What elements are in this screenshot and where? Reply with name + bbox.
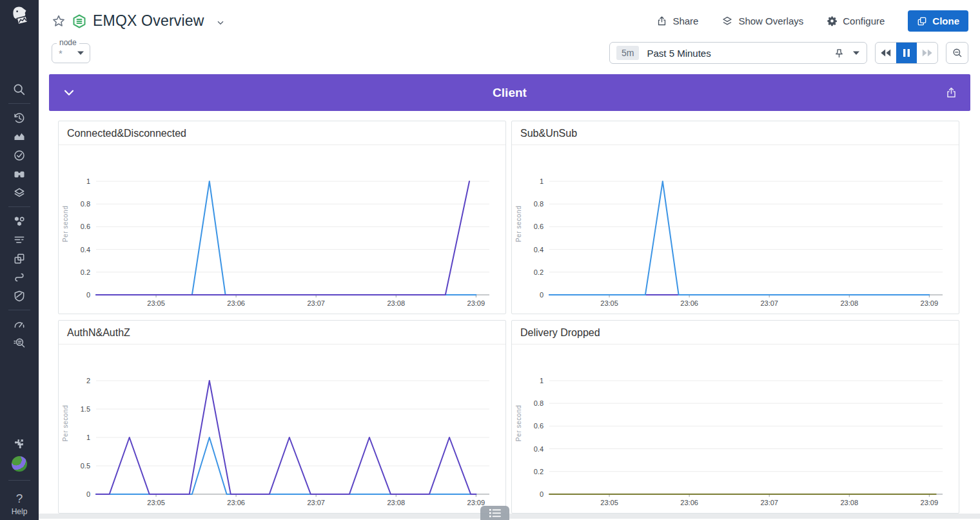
svg-text:23:08: 23:08 xyxy=(387,299,405,307)
svg-text:23:07: 23:07 xyxy=(760,299,778,307)
check-circle-icon xyxy=(13,149,26,162)
clone-label: Clone xyxy=(932,15,959,26)
svg-text:23:08: 23:08 xyxy=(840,299,858,307)
svg-text:0.6: 0.6 xyxy=(534,422,544,430)
gear-icon xyxy=(827,15,838,26)
main-area: EMQX Overview Share Show Overlays Config… xyxy=(39,0,980,520)
chart-plot-area[interactable]: 00.20.40.60.8123:0523:0623:0723:0823:09P… xyxy=(59,145,505,314)
configure-button[interactable]: Configure xyxy=(827,15,885,26)
avatar xyxy=(12,456,27,472)
svg-text:0.8: 0.8 xyxy=(534,200,544,208)
sidebar-item-watchdog[interactable] xyxy=(0,165,39,183)
zoom-out-button[interactable] xyxy=(946,42,968,64)
search-icon xyxy=(12,83,26,97)
overlays-icon xyxy=(721,15,733,27)
time-range-input[interactable]: 5m Past 5 Minutes xyxy=(609,42,867,64)
trace-bars-icon xyxy=(13,234,26,246)
chart-plot-area[interactable]: 00.511.5223:0523:0623:0723:0823:09Per se… xyxy=(59,345,505,514)
sidebar-item-notebooks[interactable] xyxy=(0,249,39,268)
chart-plot-area[interactable]: 00.20.40.60.8123:0523:0623:0723:0823:09P… xyxy=(512,345,959,514)
group-export-icon[interactable] xyxy=(945,86,957,99)
sidebar: ? Help xyxy=(0,0,39,520)
svg-text:23:09: 23:09 xyxy=(467,299,485,307)
list-icon xyxy=(489,508,502,517)
svg-text:2: 2 xyxy=(86,377,90,385)
svg-text:23:06: 23:06 xyxy=(227,299,245,307)
windows-icon xyxy=(13,252,26,265)
sidebar-item-monitors[interactable] xyxy=(0,146,39,165)
chart-title: AuthN&AuthZ xyxy=(59,321,505,345)
area-chart-icon xyxy=(13,130,26,143)
sidebar-item-dashboards[interactable] xyxy=(0,183,39,202)
forward-button[interactable] xyxy=(917,43,937,63)
chart-card: Sub&UnSub 00.20.40.60.8123:0523:0623:072… xyxy=(511,121,959,314)
datadog-logo[interactable] xyxy=(8,5,31,31)
sidebar-item-synthetics[interactable] xyxy=(0,315,39,334)
hexagons-icon xyxy=(13,215,26,228)
sidebar-item-apm[interactable] xyxy=(0,230,39,249)
chart-grid: Connected&Disconnected 00.20.40.60.8123:… xyxy=(49,121,970,514)
svg-text:0.4: 0.4 xyxy=(81,246,90,254)
svg-text:0.8: 0.8 xyxy=(81,200,90,208)
sidebar-item-search[interactable] xyxy=(0,80,39,99)
sidebar-item-metrics[interactable] xyxy=(0,127,39,146)
svg-text:1: 1 xyxy=(540,377,544,385)
dashboard-hexagon-icon xyxy=(72,14,87,29)
clone-icon xyxy=(917,16,927,26)
share-icon xyxy=(656,15,667,26)
chart-card: Connected&Disconnected 00.20.40.60.8123:… xyxy=(58,121,506,314)
svg-text:1: 1 xyxy=(86,177,90,185)
clone-button[interactable]: Clone xyxy=(908,10,968,32)
title-chevron-down-icon[interactable] xyxy=(215,17,226,28)
sidebar-item-infrastructure[interactable] xyxy=(0,212,39,230)
sidebar-item-security[interactable] xyxy=(0,286,39,305)
time-range-chip: 5m xyxy=(616,46,639,60)
show-overlays-button[interactable]: Show Overlays xyxy=(721,15,803,27)
svg-text:0.6: 0.6 xyxy=(534,223,544,230)
help-label: Help xyxy=(12,507,28,516)
time-range-label: Past 5 Minutes xyxy=(647,48,826,59)
dashboard-content: Client Connected&Disconnected 00.20.40.6… xyxy=(39,74,980,520)
sidebar-item-logs[interactable] xyxy=(0,334,39,352)
chart-plot-area[interactable]: 00.20.40.60.8123:0523:0623:0723:0823:09P… xyxy=(512,145,959,314)
sidebar-divider xyxy=(8,310,30,310)
svg-text:1: 1 xyxy=(86,434,90,441)
svg-text:0.5: 0.5 xyxy=(81,462,90,470)
share-button[interactable]: Share xyxy=(656,15,698,26)
question-mark-icon: ? xyxy=(16,492,23,506)
pin-icon[interactable] xyxy=(834,48,845,59)
svg-text:0.2: 0.2 xyxy=(534,468,544,475)
favorite-star-icon[interactable] xyxy=(52,14,66,28)
collapse-chevron-icon[interactable] xyxy=(62,86,76,100)
binoculars-icon xyxy=(13,168,26,181)
svg-text:23:05: 23:05 xyxy=(147,299,165,307)
widget-list-toggle-button[interactable] xyxy=(480,506,509,520)
svg-text:23:08: 23:08 xyxy=(840,499,858,506)
chart-card: Delivery Dropped 00.20.40.60.8123:0523:0… xyxy=(511,320,959,514)
playback-controls xyxy=(875,42,938,64)
svg-text:1: 1 xyxy=(540,177,544,185)
log-search-icon xyxy=(13,337,26,350)
puzzle-icon xyxy=(13,437,26,450)
node-filter-label: node xyxy=(57,38,79,47)
svg-text:23:07: 23:07 xyxy=(307,299,325,307)
sidebar-divider xyxy=(8,206,30,207)
sidebar-divider xyxy=(8,480,30,481)
svg-text:0: 0 xyxy=(540,490,544,498)
user-avatar[interactable] xyxy=(0,452,39,475)
svg-text:0.2: 0.2 xyxy=(81,268,90,276)
page-bottom-strip xyxy=(39,514,980,519)
sidebar-item-service-map[interactable] xyxy=(0,268,39,286)
rewind-button[interactable] xyxy=(876,43,896,63)
time-caret-icon[interactable] xyxy=(852,50,860,55)
zoom-out-icon xyxy=(952,47,963,59)
svg-text:23:08: 23:08 xyxy=(387,499,405,506)
pause-button[interactable] xyxy=(896,43,917,63)
svg-text:23:07: 23:07 xyxy=(760,499,778,506)
svg-text:23:06: 23:06 xyxy=(680,499,698,506)
share-label: Share xyxy=(672,15,698,26)
sidebar-item-help[interactable]: ? Help xyxy=(12,492,28,516)
sidebar-item-integrations[interactable] xyxy=(0,434,39,452)
node-filter-select[interactable]: node * xyxy=(52,43,90,63)
sidebar-item-events[interactable] xyxy=(0,108,39,127)
